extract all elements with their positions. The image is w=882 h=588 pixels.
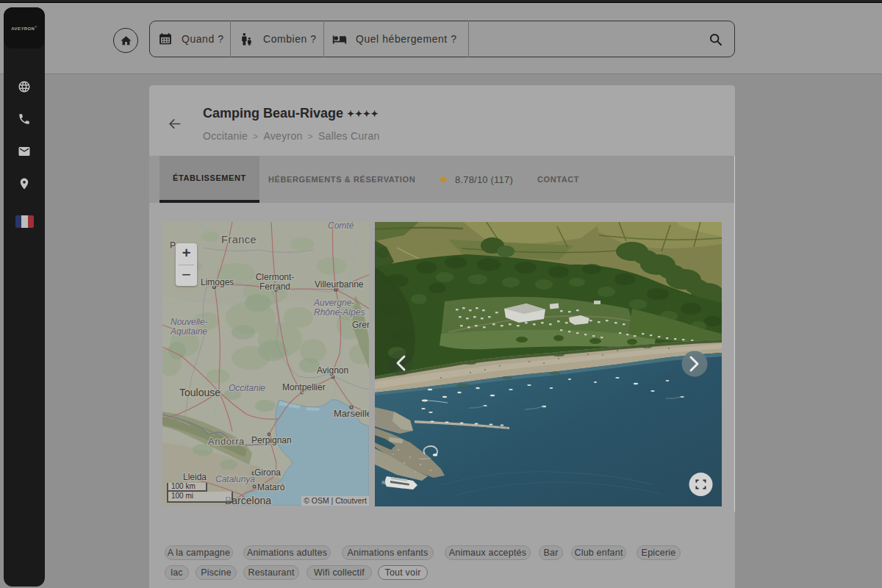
svg-text:Occitanie: Occitanie [229, 383, 265, 393]
svg-text:Auvergne-: Auvergne- [313, 298, 354, 308]
svg-text:Avignon: Avignon [317, 365, 348, 376]
svg-text:Limoges: Limoges [201, 277, 234, 287]
svg-text:Rhône-Alpes: Rhône-Alpes [314, 307, 365, 318]
svg-text:Villeurbanne: Villeurbanne [315, 279, 364, 290]
svg-text:Comté: Comté [328, 222, 354, 231]
svg-text:P: P [170, 240, 176, 251]
svg-text:Lleida: Lleida [183, 472, 207, 482]
svg-text:Ferrand: Ferrand [259, 282, 290, 292]
svg-text:Nouvelle-: Nouvelle- [171, 317, 208, 327]
svg-text:Toulouse: Toulouse [179, 387, 220, 398]
svg-text:Clermont-: Clermont- [256, 272, 295, 282]
svg-text:Marseille: Marseille [334, 408, 369, 419]
svg-text:Grenoble: Grenoble [352, 320, 369, 330]
svg-text:Montpellier: Montpellier [282, 382, 326, 392]
svg-text:Catalunya: Catalunya [215, 474, 255, 484]
svg-text:France: France [221, 234, 257, 245]
svg-text:Mataró: Mataró [257, 482, 285, 492]
svg-text:Andorra: Andorra [208, 436, 245, 447]
svg-text:Perpignan: Perpignan [251, 435, 292, 445]
svg-text:Girona: Girona [254, 467, 281, 478]
svg-text:Aquitaine: Aquitaine [170, 326, 207, 337]
